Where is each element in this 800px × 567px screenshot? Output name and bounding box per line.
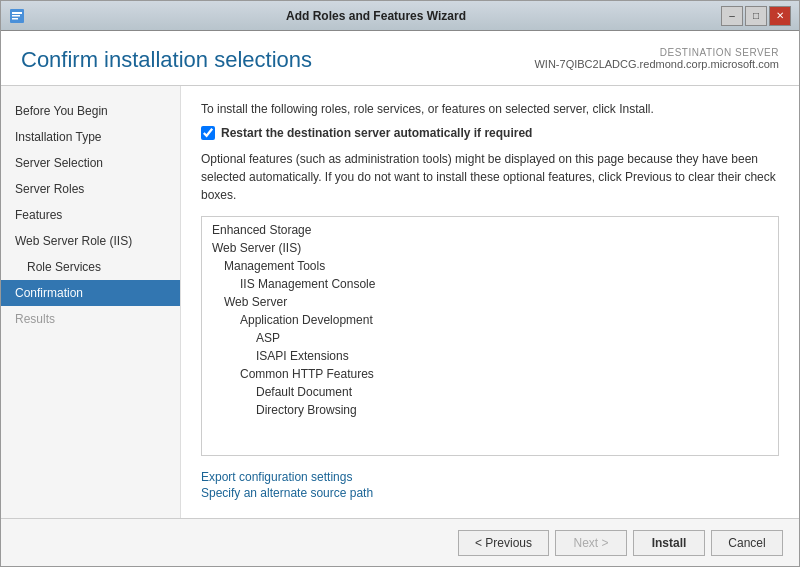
feature-item: Web Server (IIS) (208, 239, 772, 257)
feature-item: Web Server (208, 293, 772, 311)
app-icon (9, 8, 25, 24)
optional-text: Optional features (such as administratio… (201, 150, 779, 204)
next-button[interactable]: Next > (555, 530, 627, 556)
sidebar-item-server-selection[interactable]: Server Selection (1, 150, 180, 176)
restart-checkbox[interactable] (201, 126, 215, 140)
svg-rect-2 (12, 15, 20, 17)
feature-item: Directory Browsing (208, 401, 772, 419)
destination-label: DESTINATION SERVER (534, 47, 779, 58)
sidebar-item-features[interactable]: Features (1, 202, 180, 228)
svg-rect-1 (12, 12, 22, 14)
feature-item: Management Tools (208, 257, 772, 275)
wizard-header: Confirm installation selections DESTINAT… (1, 31, 799, 86)
cancel-button[interactable]: Cancel (711, 530, 783, 556)
wizard-window: Add Roles and Features Wizard – □ ✕ Conf… (0, 0, 800, 567)
wizard-footer: < Previous Next > Install Cancel (1, 518, 799, 566)
previous-button[interactable]: < Previous (458, 530, 549, 556)
sidebar-item-web-server-role-iis[interactable]: Web Server Role (IIS) (1, 228, 180, 254)
feature-item: Common HTTP Features (208, 365, 772, 383)
sidebar: Before You BeginInstallation TypeServer … (1, 86, 181, 518)
links-area: Export configuration settingsSpecify an … (201, 470, 779, 502)
feature-item: Application Development (208, 311, 772, 329)
svg-rect-3 (12, 18, 18, 20)
sidebar-item-server-roles[interactable]: Server Roles (1, 176, 180, 202)
feature-item: Default Document (208, 383, 772, 401)
install-button[interactable]: Install (633, 530, 705, 556)
destination-name: WIN-7QIBC2LADCG.redmond.corp.microsoft.c… (534, 58, 779, 70)
features-list-box[interactable]: Enhanced StorageWeb Server (IIS)Manageme… (201, 216, 779, 456)
feature-item: IIS Management Console (208, 275, 772, 293)
maximize-button[interactable]: □ (745, 6, 767, 26)
title-bar: Add Roles and Features Wizard – □ ✕ (1, 1, 799, 31)
feature-item: Enhanced Storage (208, 221, 772, 239)
wizard-body: Confirm installation selections DESTINAT… (1, 31, 799, 566)
sidebar-item-installation-type[interactable]: Installation Type (1, 124, 180, 150)
instruction-text: To install the following roles, role ser… (201, 102, 779, 116)
sidebar-item-before-you-begin[interactable]: Before You Begin (1, 98, 180, 124)
title-bar-text: Add Roles and Features Wizard (31, 9, 721, 23)
restart-checkbox-label[interactable]: Restart the destination server automatic… (221, 126, 532, 140)
wizard-link-export-configuration-settings[interactable]: Export configuration settings (201, 470, 779, 484)
title-bar-controls: – □ ✕ (721, 6, 791, 26)
minimize-button[interactable]: – (721, 6, 743, 26)
restart-checkbox-row: Restart the destination server automatic… (201, 126, 779, 140)
features-list-inner: Enhanced StorageWeb Server (IIS)Manageme… (202, 217, 778, 423)
sidebar-item-confirmation[interactable]: Confirmation (1, 280, 180, 306)
feature-item: ISAPI Extensions (208, 347, 772, 365)
wizard-link-specify-an-alternate-source-path[interactable]: Specify an alternate source path (201, 486, 779, 500)
sidebar-item-results: Results (1, 306, 180, 332)
main-panel: To install the following roles, role ser… (181, 86, 799, 518)
sidebar-item-role-services[interactable]: Role Services (1, 254, 180, 280)
feature-item: ASP (208, 329, 772, 347)
wizard-content: Before You BeginInstallation TypeServer … (1, 86, 799, 518)
destination-server: DESTINATION SERVER WIN-7QIBC2LADCG.redmo… (534, 47, 779, 70)
close-button[interactable]: ✕ (769, 6, 791, 26)
page-title: Confirm installation selections (21, 47, 312, 73)
